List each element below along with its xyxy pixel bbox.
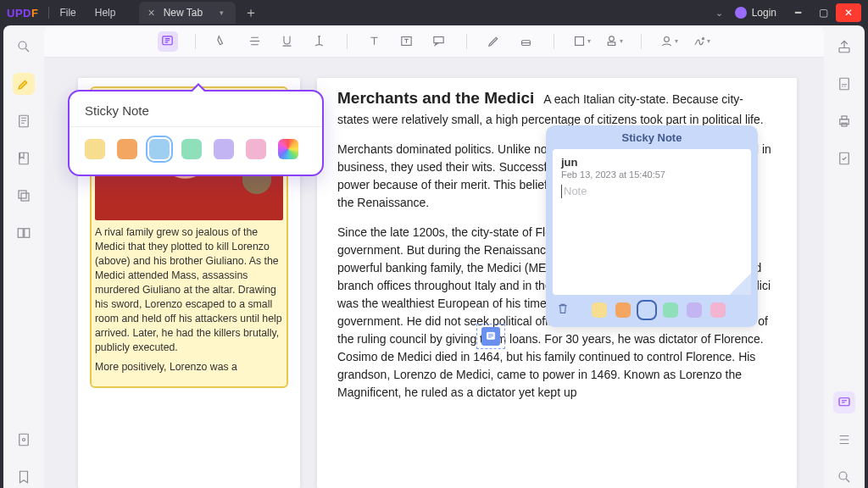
app-brand: UPDF xyxy=(7,7,38,19)
panel-swatch-green[interactable] xyxy=(663,302,678,318)
tab-close-icon[interactable]: × xyxy=(147,6,154,19)
sticky-author: jun xyxy=(561,156,743,169)
svg-rect-15 xyxy=(608,42,615,46)
svg-rect-4 xyxy=(21,193,29,201)
panel-swatch-pink[interactable] xyxy=(710,302,726,318)
highlight-tool[interactable] xyxy=(213,31,233,52)
svg-point-0 xyxy=(19,42,26,49)
zoom-icon[interactable] xyxy=(833,466,855,488)
sticky-note-panel[interactable]: Sticky Note jun Feb 13, 2023 at 15:40:57… xyxy=(546,125,758,327)
svg-point-8 xyxy=(23,439,25,441)
underline-tool[interactable] xyxy=(277,31,298,52)
svg-rect-19 xyxy=(839,48,849,53)
panel-swatch-yellow[interactable] xyxy=(592,302,607,318)
swatch-green[interactable] xyxy=(181,139,202,159)
panel-swatch-blue[interactable] xyxy=(639,302,654,318)
svg-point-16 xyxy=(664,37,669,42)
sticky-note-input[interactable]: Note xyxy=(561,185,743,198)
svg-rect-20 xyxy=(840,78,849,90)
tab-label: New Tab xyxy=(164,7,203,19)
svg-rect-3 xyxy=(19,191,26,198)
page-thumbnails-icon[interactable] xyxy=(13,110,35,132)
login-button[interactable]: Login xyxy=(735,7,776,19)
svg-point-26 xyxy=(839,472,847,480)
delete-note-button[interactable] xyxy=(556,302,570,319)
window-maximize-button[interactable]: ▢ xyxy=(810,3,836,22)
svg-rect-21 xyxy=(840,119,849,125)
svg-rect-5 xyxy=(18,229,23,238)
svg-point-14 xyxy=(609,36,614,42)
callout-tool[interactable] xyxy=(429,31,449,52)
tab-dropdown-icon[interactable]: ▾ xyxy=(220,8,224,17)
window-minimize-button[interactable]: ━ xyxy=(785,3,810,22)
textbox-tool[interactable] xyxy=(397,31,417,52)
comment-panel-icon[interactable] xyxy=(833,391,855,413)
attachments-icon[interactable] xyxy=(13,429,35,451)
bookmark-ribbon-icon[interactable] xyxy=(13,466,35,488)
sticky-panel-title: Sticky Note xyxy=(546,125,758,149)
list-view-icon[interactable] xyxy=(833,429,855,451)
svg-point-17 xyxy=(702,38,704,40)
tab-overflow-icon[interactable]: ⌄ xyxy=(715,8,723,19)
signature-tool[interactable]: ▾ xyxy=(691,31,711,52)
compare-icon[interactable] xyxy=(13,222,35,244)
svg-rect-25 xyxy=(839,398,849,406)
text-tool[interactable] xyxy=(364,31,385,52)
swatch-orange[interactable] xyxy=(117,139,137,159)
svg-rect-7 xyxy=(19,434,29,446)
sticker-tool[interactable]: ▾ xyxy=(659,31,679,52)
stamp-tool[interactable]: ▾ xyxy=(604,31,624,52)
panel-swatch-orange[interactable] xyxy=(615,302,631,318)
callout-text-1: A rival family grew so jealous of the Me… xyxy=(95,225,283,355)
squiggly-tool[interactable] xyxy=(309,31,330,52)
note-marker-icon[interactable] xyxy=(481,327,500,346)
bookmarks-icon[interactable] xyxy=(13,147,35,169)
strikethrough-tool[interactable] xyxy=(245,31,265,52)
sticky-timestamp: Feb 13, 2023 at 15:40:57 xyxy=(561,169,743,180)
swatch-purple[interactable] xyxy=(214,139,234,159)
svg-rect-11 xyxy=(434,37,443,43)
shape-tool[interactable]: ▾ xyxy=(571,31,592,52)
dogear-icon xyxy=(729,273,751,295)
svg-rect-1 xyxy=(19,115,29,127)
svg-rect-13 xyxy=(575,37,583,46)
sticky-note-popover: Sticky Note xyxy=(68,90,324,176)
popover-title: Sticky Note xyxy=(70,92,322,127)
titlebar: UPDF File Help × New Tab ▾ ＋ ⌄ Login ━ ▢… xyxy=(0,0,868,25)
popover-swatches xyxy=(70,127,322,175)
share-icon[interactable] xyxy=(833,36,855,58)
layers-icon[interactable] xyxy=(13,185,35,207)
svg-rect-6 xyxy=(25,229,30,238)
svg-rect-22 xyxy=(842,116,847,119)
tab-new[interactable]: × New Tab ▾ xyxy=(139,2,236,24)
annotation-toolbar: ▾ ▾ ▾ ▾ xyxy=(44,25,824,58)
swatch-pink[interactable] xyxy=(246,139,266,159)
swatch-yellow[interactable] xyxy=(85,139,105,159)
panel-swatch-purple[interactable] xyxy=(687,302,702,318)
search-icon[interactable] xyxy=(13,36,35,58)
flatten-icon[interactable] xyxy=(833,147,855,169)
sticky-note-tool[interactable] xyxy=(158,31,178,52)
swatch-blue[interactable] xyxy=(149,139,170,159)
callout-text-2: More positively, Lorenzo was a xyxy=(95,360,283,374)
print-icon[interactable] xyxy=(833,110,855,132)
left-sidebar xyxy=(3,25,44,488)
tab-add-button[interactable]: ＋ xyxy=(244,4,258,22)
window-close-button[interactable]: ✕ xyxy=(836,3,861,22)
export-pdf-icon[interactable] xyxy=(833,73,855,95)
swatch-custom-color[interactable] xyxy=(278,139,298,159)
menu-file[interactable]: File xyxy=(59,7,75,19)
pencil-tool[interactable] xyxy=(484,31,504,52)
annotate-tool-icon[interactable] xyxy=(13,73,35,95)
avatar-icon xyxy=(735,7,747,19)
eraser-tool[interactable] xyxy=(516,31,537,52)
right-sidebar xyxy=(824,25,865,488)
menu-help[interactable]: Help xyxy=(95,7,116,19)
doc-heading: Merchants and the Medici xyxy=(337,89,534,107)
